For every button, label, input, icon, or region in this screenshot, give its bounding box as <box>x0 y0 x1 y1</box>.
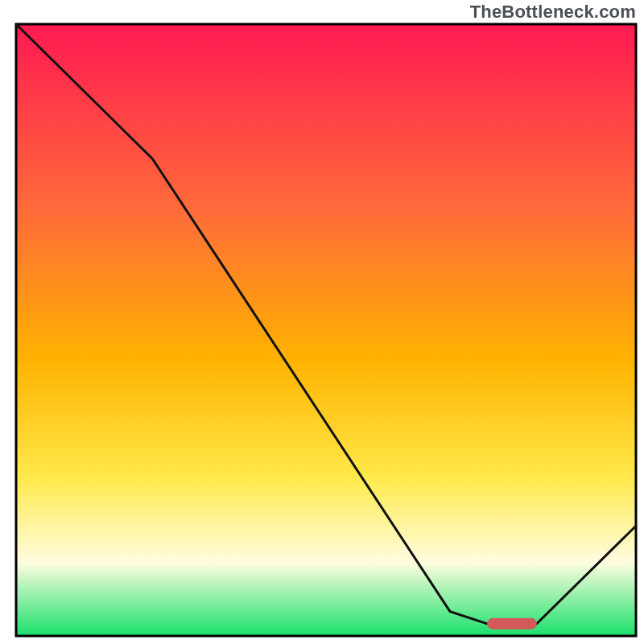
bottleneck-chart <box>0 0 644 644</box>
chart-stage: TheBottleneck.com <box>0 0 644 644</box>
min-marker <box>487 618 537 630</box>
